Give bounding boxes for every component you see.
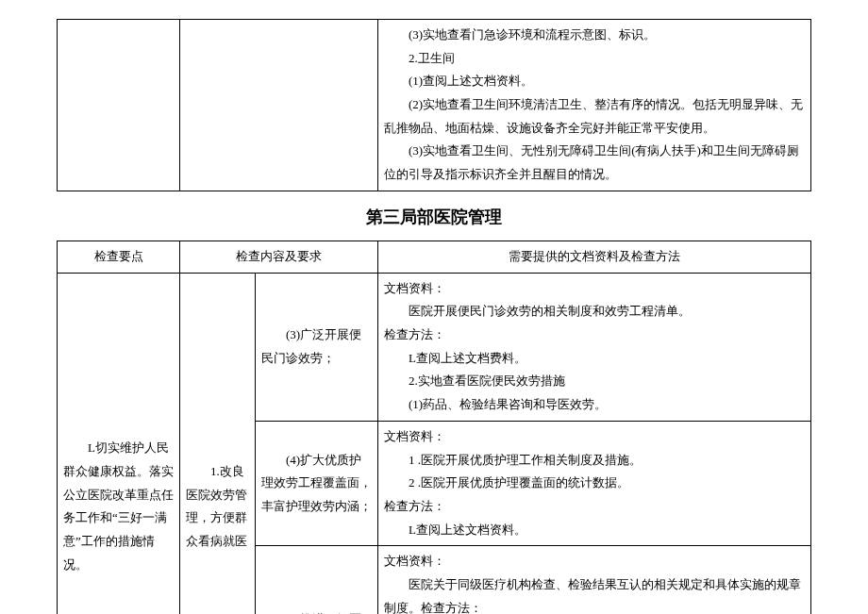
top-partial-table: (3)实地查看门急诊环境和流程示意图、标识。 2.卫生间 (1)查阅上述文档资料… [57,19,811,191]
point-text: L切实维护人民群众健康权益。落实公立医院改革重点任务工作和“三好一满意”工作的措… [63,437,174,576]
top-line-4: (2)实地查看卫生间环境清洁卫生、整洁有序的情况。包括无明显异味、无乱推物品、地… [384,93,805,140]
top-line-2: 2.卫生间 [384,47,805,71]
doc-l2-0: 文档资料： [384,425,805,449]
header-point: 检查要点 [58,241,180,274]
top-line-1: (3)实地查看门急诊环境和流程示意图、标识。 [384,24,805,47]
doc-l1-2: 检查方法： [384,324,805,347]
header-doc: 需要提供的文档资料及检查方法 [378,241,811,274]
doc-l1-3: L查阅上述文档费料。 [384,347,805,371]
doc-l2-2: 2 .医院开展优质护理覆盖面的统计数据。 [384,472,805,495]
section-title: 第三局部医院管理 [57,201,811,233]
subcontent-text: 1.改良医院效劳管理，方便群众看病就医 [186,460,249,554]
doc-l1-1: 医院开展便民门诊效劳的相关制度和效劳工程清单。 [384,300,805,324]
top-line-3: (1)查阅上述文档资料。 [384,70,805,93]
doc-l2-4: L查阅上述文档资料。 [384,519,805,542]
req-text-2: (4)扩大优质护理效劳工程覆盖面，丰富护理效劳内涵； [261,449,372,519]
doc-l2-1: 1 .医院开展优质护理工作相关制度及措施。 [384,449,805,473]
top-empty-cell-1 [58,20,180,191]
doc-cell-3: 文档资料： 医院关于同级医疗机构检查、检验结果互认的相关规定和具体实施的规章制度… [378,546,811,614]
req-text-1: (3)广泛开展便民门诊效劳； [261,324,372,370]
point-cell: L切实维护人民群众健康权益。落实公立医院改革重点任务工作和“三好一满意”工作的措… [58,273,180,614]
req-cell-1: (3)广泛开展便民门诊效劳； [256,273,378,421]
header-content: 检查内容及要求 [180,241,378,274]
doc-cell-2: 文档资料： 1 .医院开展优质护理工作相关制度及措施。 2 .医院开展优质护理覆… [378,421,811,545]
doc-cell-1: 文档资料： 医院开展便民门诊效劳的相关制度和效劳工程清单。 检查方法： L查阅上… [378,273,811,421]
doc-l1-4: 2.实地查看医院便民效劳措施 [384,370,805,393]
top-line-5: (3)实地查看卫生间、无性别无障碍卫生间(有病人扶手)和卫生间无障碍厕位的引导及… [384,140,805,186]
doc-l2-3: 检查方法： [384,495,805,519]
doc-l1-0: 文档资料： [384,277,805,301]
data-row-1: L切实维护人民群众健康权益。落实公立医院改革重点任务工作和“三好一满意”工作的措… [58,273,811,421]
header-row: 检查要点 检查内容及要求 需要提供的文档资料及检查方法 [58,241,811,274]
main-table: 检查要点 检查内容及要求 需要提供的文档资料及检查方法 L切实维护人民群众健康权… [57,241,811,614]
subcontent-label: 1.改良医院效劳管理，方便群众看病就医 [180,273,256,614]
top-table-row: (3)实地查看门急诊环境和流程示意图、标识。 2.卫生间 (1)查阅上述文档资料… [58,20,811,191]
doc-l3-1: 医院关于同级医疗机构检查、检验结果互认的相关规定和具体实施的规章制度。检查方法： [384,573,805,614]
req-cell-3: (5)推进同级医疗机构检查、检验结果互认； [256,546,378,614]
req-cell-2: (4)扩大优质护理效劳工程覆盖面，丰富护理效劳内涵； [256,421,378,545]
req-text-3: (5)推进同级医疗机构检查、检验结果互认； [261,608,372,614]
top-content-cell: (3)实地查看门急诊环境和流程示意图、标识。 2.卫生间 (1)查阅上述文档资料… [378,20,811,191]
doc-l1-5: (1)药品、检验结果咨询和导医效劳。 [384,393,805,417]
doc-l3-0: 文档资料： [384,550,805,573]
top-empty-cell-2 [180,20,378,191]
